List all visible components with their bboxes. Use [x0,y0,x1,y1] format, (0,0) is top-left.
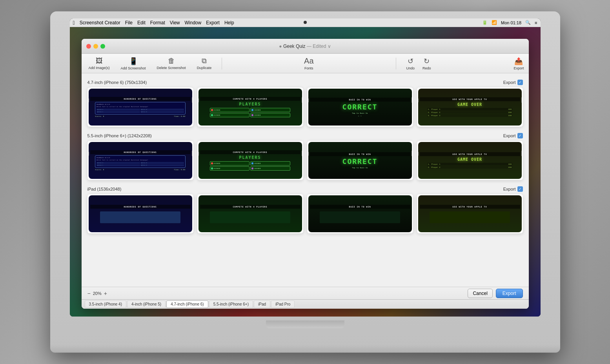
screenshot-card[interactable]: BUZZ IN TO WIN CORRECT Tap to Buzz In ▶ … [307,87,413,127]
screenshot-card[interactable]: HUNDREDS OF QUESTIONS GeekQuiz v2.4.2 Wh… [87,141,193,180]
player-cell: JOINED [250,161,290,166]
menubar-format[interactable]: Format [150,20,165,25]
export-btn-ipad[interactable]: Export ✓ [503,186,523,192]
cancel-button[interactable]: Cancel [468,289,492,298]
menubar-right: 🔋 📶 Mon 01:18 🔍 ≡ [482,20,537,25]
player-cell: JOINED [210,108,249,112]
screenshot-card[interactable]: COMPETE WITH 4 PLAYERS PLAYERS JOINED [197,141,303,180]
apple-menu[interactable]:  [73,20,75,26]
player-cell: JOINED [210,161,249,166]
iphone-frame: USE WITH YOUR APPLE TV GAME OVER 1. Play… [418,142,522,179]
fonts-button[interactable]: Aa Fonts [304,56,313,70]
minimize-button[interactable] [93,44,98,49]
toolbar-export-button[interactable]: 📤 Export [513,57,524,70]
tab-ipad[interactable]: iPad [254,300,270,308]
delete-screenshot-button[interactable]: 🗑 Delete Screenshot [155,55,188,71]
game-over-text: GAME OVER [457,102,482,107]
player-dot-green [211,114,213,116]
buzz-sub: Tap to Buzz In [352,112,368,114]
buzz-score: ▶ 1 [358,115,362,117]
game-screen-players-ipad: COMPETE WITH 4 PLAYERS [198,195,302,232]
list-icon[interactable]: ≡ [535,20,537,25]
titlebar: ● Geek Quiz — Edited ∨ [82,39,529,54]
bottom-bar: − 20% + Cancel Export [82,287,529,299]
game-screen-questions-2: HUNDREDS OF QUESTIONS GeekQuiz v2.4.2 Wh… [89,142,192,179]
redo-label: Redo [422,66,431,70]
add-screenshot-button[interactable]: 📱 Add Screenshot [118,55,148,72]
tab-iphone5[interactable]: 4-inch (iPhone 5) [127,300,166,308]
search-icon[interactable]: 🔍 [525,20,531,25]
iphone-btn-right [412,97,412,103]
export-button[interactable]: Export [496,289,523,298]
screenshot-card[interactable]: COMPETE WITH 4 PLAYERS PLAYERS JOINED [197,87,303,127]
leaderboard-2: 1. Player 1300 2. Player 2200 [427,163,513,169]
device-header-ipad: iPad (1536x2048) Export ✓ [87,184,523,194]
screenshot-card[interactable]: BUZZ IN TO WIN CORRECT Tap to Buzz In [307,141,413,180]
screenshot-card[interactable]: COMPETE WITH 4 PLAYERS [197,194,303,233]
screen-banner: USE WITH YOUR APPLE TV [420,152,520,156]
redo-icon: ↻ [424,57,430,66]
screen-banner: HUNDREDS OF QUESTIONS [90,150,191,154]
device-label-iphone6: 4.7-inch (iPhone 6) (750x1334) [87,80,147,85]
undo-button[interactable]: ↺ Undo [404,55,417,72]
player-cell: JOINED [210,166,249,171]
device-header-iphone6: 4.7-inch (iPhone 6) (750x1334) Export ✓ [87,77,523,87]
iphone-frame: BUZZ IN TO WIN CORRECT Tap to Buzz In ▶ … [308,89,412,126]
iphone-btn-left [198,98,199,102]
title-edited: — Edited ∨ [307,44,331,49]
iphone-btn-left [198,152,199,156]
menubar-app-name[interactable]: Screenshot Creator [80,20,120,25]
add-image-button[interactable]: 🖼 Add Image(s) [86,55,112,71]
ipad-content-block [210,211,290,223]
redo-button[interactable]: ↻ Redo [420,55,433,72]
add-screenshot-label: Add Screenshot [121,66,146,70]
menubar-help[interactable]: Help [224,20,234,25]
fonts-icon: Aa [304,56,313,66]
toolbar-right: 📤 Export [513,57,524,70]
screenshot-card[interactable]: USE WITH YOUR APPLE TV GAME OVER 1. Play… [417,141,523,180]
menubar-edit[interactable]: Edit [137,20,146,25]
zoom-value: 20% [93,291,102,296]
correct-text-2: CORRECT [342,157,378,166]
game-screen-players-2: COMPETE WITH 4 PLAYERS PLAYERS JOINED [198,142,302,179]
iphone-frame: BUZZ IN TO WIN [308,195,412,232]
ipad-content-block [320,211,400,223]
game-screen-appletv-ipad: USE WITH YOUR APPLE TV [418,195,522,232]
toolbar: 🖼 Add Image(s) 📱 Add Screenshot 🗑 Delete… [82,54,529,73]
menubar-view[interactable]: View [170,20,180,25]
screenshot-card[interactable]: BUZZ IN TO WIN [307,194,413,233]
maximize-button[interactable] [100,44,105,49]
export-checkbox-iphone6plus[interactable]: ✓ [517,133,523,138]
player-cell: JOINED [250,108,290,112]
export-checkbox-ipad[interactable]: ✓ [517,186,523,192]
zoom-controls: − 20% + [87,290,107,297]
zoom-out-button[interactable]: − [87,290,91,297]
game-screen-appletv-2: USE WITH YOUR APPLE TV GAME OVER 1. Play… [418,142,522,179]
tab-ipadpro[interactable]: iPad Pro [271,300,295,308]
iphone-btn-left [89,98,89,102]
export-btn-iphone6[interactable]: Export ✓ [503,80,523,85]
export-btn-iphone6plus[interactable]: Export ✓ [503,133,523,138]
menubar-window[interactable]: Window [185,20,202,25]
export-text-iphone6: Export [503,80,516,85]
screenshot-card[interactable]: HUNDREDS OF QUESTIONS GeekQuiz v2.4.2 Wh… [87,87,193,127]
tab-iphone6[interactable]: 4.7-inch (iPhone 6) [166,300,208,308]
undo-label: Undo [406,66,415,70]
screenshot-card[interactable]: USE WITH YOUR APPLE TV GAME OVER 1. Play… [417,87,523,127]
screenshot-card[interactable]: HUNDREDS OF QUESTIONS [87,194,193,233]
export-checkbox-iphone6[interactable]: ✓ [517,80,523,85]
zoom-in-button[interactable]: + [104,290,107,297]
iphone-btn-right [302,151,302,156]
tab-iphone6plus[interactable]: 5.5-inch (iPhone 6+) [209,300,253,308]
close-button[interactable] [86,44,91,49]
menubar-file[interactable]: File [125,20,133,25]
iphone-frame: USE WITH YOUR APPLE TV GAME OVER 1. Play… [418,89,522,126]
game-screen-buzz-2: BUZZ IN TO WIN CORRECT Tap to Buzz In [308,142,412,179]
add-screenshot-icon: 📱 [129,57,138,66]
iphone-btn-left [418,98,419,102]
screenshot-card[interactable]: USE WITH YOUR APPLE TV [417,194,523,233]
duplicate-button[interactable]: ⧉ Duplicate [195,55,214,71]
tab-iphone4[interactable]: 3.5-inch (iPhone 4) [85,300,127,308]
menubar-export[interactable]: Export [206,20,220,25]
game-screen-questions: HUNDREDS OF QUESTIONS GeekQuiz v2.4.2 Wh… [89,89,192,126]
